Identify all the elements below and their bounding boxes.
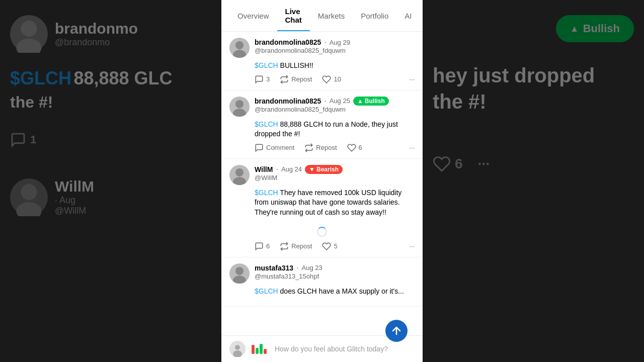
post-author: brandonmolina0825 bbox=[255, 97, 321, 105]
post-item: brandonmolina0825 · Aug 29 @brandonmolin… bbox=[221, 32, 423, 90]
svg-point-5 bbox=[235, 41, 244, 49]
bg-handle: @brandonmo bbox=[55, 37, 138, 48]
post-content: $GLCH does GLCH have a MAX supply or it'… bbox=[255, 287, 415, 297]
like-count: 6 bbox=[359, 144, 362, 151]
repost-icon bbox=[280, 242, 289, 251]
avatar bbox=[229, 165, 250, 185]
repost-icon bbox=[304, 143, 313, 152]
like-icon bbox=[322, 75, 331, 84]
loading-indicator bbox=[229, 222, 415, 242]
like-button[interactable]: 5 bbox=[322, 242, 337, 251]
tab-overview[interactable]: Overview bbox=[229, 5, 277, 27]
comment-label: Comment bbox=[266, 144, 294, 151]
tab-livechat[interactable]: Live Chat bbox=[277, 0, 310, 31]
post-item: mustafa313 · Aug 23 @mustafa313_15ohpf $… bbox=[221, 257, 423, 307]
comment-button[interactable]: Comment bbox=[255, 143, 294, 152]
repost-button[interactable]: Repost bbox=[280, 242, 312, 251]
more-options-button[interactable]: ··· bbox=[409, 144, 415, 151]
post-handle: @WillM bbox=[255, 174, 415, 182]
arrow-up-icon bbox=[390, 325, 403, 337]
post-handle: @mustafa313_15ohpf bbox=[255, 273, 415, 280]
bg-post-subtext: the #! bbox=[10, 93, 211, 112]
post-ticker: $GLCH bbox=[255, 189, 278, 197]
avatar bbox=[229, 97, 250, 117]
post-date: Aug 29 bbox=[330, 39, 350, 46]
post-text: does GLCH have a MAX supply or it's... bbox=[278, 287, 404, 295]
bg-ticker: $GLCH bbox=[10, 68, 71, 88]
svg-point-1 bbox=[17, 39, 42, 53]
bg-comment-count: 1 bbox=[30, 133, 36, 146]
svg-point-3 bbox=[17, 202, 42, 216]
post-author: brandonmolina0825 bbox=[255, 38, 321, 46]
comment-count: 3 bbox=[266, 75, 270, 83]
avatar bbox=[229, 263, 250, 284]
post-author: WillM bbox=[255, 165, 273, 173]
scroll-to-top-button[interactable] bbox=[385, 320, 408, 342]
repost-label: Repost bbox=[291, 242, 312, 250]
like-icon bbox=[347, 143, 356, 152]
comment-icon bbox=[255, 242, 264, 251]
post-author: mustafa313 bbox=[255, 264, 293, 272]
post-ticker: $GLCH bbox=[255, 287, 278, 295]
post-item: WillM · Aug 24 ▼ Bearish @WillM $GLCH Th… bbox=[221, 159, 423, 257]
post-item: brandonmolina0825 · Aug 25 ▲ Bullish @br… bbox=[221, 90, 423, 159]
svg-point-0 bbox=[21, 21, 37, 37]
post-ticker: $GLCH bbox=[255, 120, 278, 128]
like-count: 10 bbox=[334, 75, 341, 83]
post-content: $GLCH 88,888 GLCH to run a Node, they ju… bbox=[255, 120, 415, 139]
post-handle: @brandonmolina0825_fdquwm bbox=[255, 47, 415, 54]
svg-point-2 bbox=[21, 184, 37, 200]
svg-point-11 bbox=[235, 168, 244, 176]
svg-point-8 bbox=[235, 100, 244, 108]
comment-button[interactable]: 3 bbox=[255, 75, 270, 84]
tab-markets[interactable]: Markets bbox=[310, 5, 353, 27]
more-options-button[interactable]: ··· bbox=[409, 75, 415, 83]
main-panel: Overview Live Chat Markets Portfolio AI bbox=[221, 0, 423, 362]
post-content: $GLCH They have removed 100k USD liquidi… bbox=[255, 188, 415, 218]
bg-post-text: 88,888 GLC bbox=[73, 68, 172, 88]
like-button[interactable]: 10 bbox=[322, 75, 341, 84]
comment-button[interactable]: 6 bbox=[255, 242, 270, 251]
post-text: BULLISH!! bbox=[278, 61, 313, 69]
repost-icon bbox=[280, 75, 289, 84]
nav-tabs-container: Overview Live Chat Markets Portfolio AI bbox=[221, 0, 423, 32]
avatar bbox=[229, 38, 250, 58]
post-content: $GLCH BULLISH!! bbox=[255, 61, 415, 71]
bg-like-count: 6 bbox=[455, 156, 463, 172]
repost-button[interactable]: Repost bbox=[280, 75, 312, 84]
repost-label: Repost bbox=[316, 144, 337, 151]
post-ticker: $GLCH bbox=[255, 61, 278, 69]
tab-portfolio[interactable]: Portfolio bbox=[353, 5, 396, 27]
comment-count: 6 bbox=[266, 242, 270, 250]
tab-ai[interactable]: AI bbox=[396, 5, 420, 27]
user-avatar-icon bbox=[229, 341, 246, 357]
compose-input[interactable]: How do you feel about Glitch today? bbox=[275, 345, 415, 353]
like-icon bbox=[322, 242, 331, 251]
bullish-badge: ▲ Bullish bbox=[353, 97, 389, 106]
like-button[interactable]: 6 bbox=[347, 143, 362, 152]
repost-label: Repost bbox=[291, 75, 312, 83]
comment-icon bbox=[255, 75, 264, 84]
svg-point-14 bbox=[235, 267, 244, 275]
like-count: 5 bbox=[334, 242, 337, 250]
user-avatar-small bbox=[229, 341, 246, 357]
repost-button[interactable]: Repost bbox=[304, 143, 337, 152]
bg-bullish-label: Bullish bbox=[583, 22, 620, 35]
post-date: Aug 24 bbox=[281, 165, 302, 173]
bg-right-text: hey just droppedthe #! bbox=[433, 62, 634, 115]
posts-container: brandonmolina0825 · Aug 29 @brandonmolin… bbox=[221, 32, 423, 335]
bearish-badge: ▼ Bearish bbox=[305, 165, 343, 174]
comment-icon bbox=[255, 143, 264, 152]
chart-icon bbox=[252, 344, 267, 354]
post-handle: @brandonmolina0825_fdquwm bbox=[255, 106, 415, 113]
svg-point-17 bbox=[235, 345, 240, 350]
more-options-button[interactable]: ··· bbox=[409, 242, 415, 250]
post-date: Aug 25 bbox=[330, 97, 350, 105]
bg-username: brandonmo bbox=[55, 20, 138, 37]
post-date: Aug 23 bbox=[302, 264, 323, 272]
